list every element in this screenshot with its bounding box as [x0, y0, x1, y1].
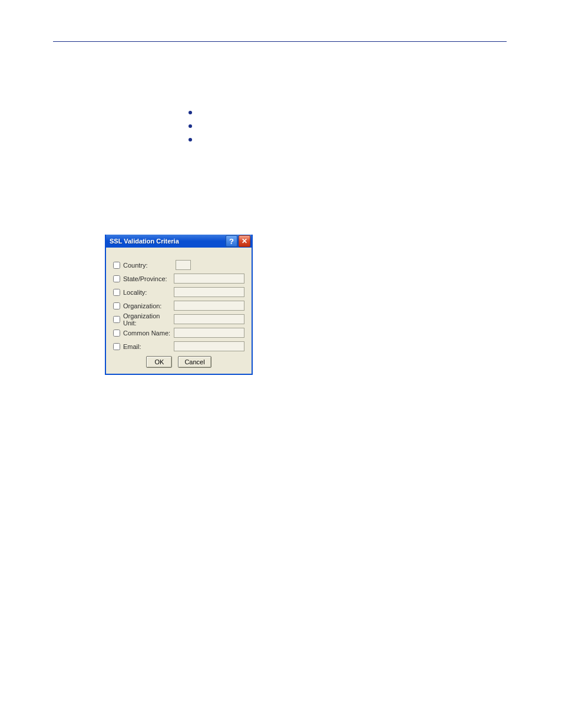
- input-organization[interactable]: [174, 301, 244, 311]
- input-common-name[interactable]: [174, 328, 244, 338]
- text-country: Country:: [123, 262, 148, 269]
- text-state: State/Province:: [123, 275, 167, 282]
- ok-button[interactable]: OK: [146, 356, 172, 368]
- checkbox-locality[interactable]: [113, 289, 120, 296]
- label-country[interactable]: Country:: [113, 262, 176, 269]
- text-locality: Locality:: [123, 289, 147, 296]
- label-common-name[interactable]: Common Name:: [113, 330, 174, 337]
- bullet-icon: [189, 138, 192, 141]
- label-organization[interactable]: Organization:: [113, 302, 174, 309]
- header-rule: [53, 41, 507, 42]
- bullet-icon: [189, 111, 192, 114]
- text-common-name: Common Name:: [123, 330, 170, 337]
- dialog-title: SSL Validation Criteria: [110, 238, 224, 245]
- text-email: Email:: [123, 343, 141, 350]
- checkbox-state[interactable]: [113, 275, 120, 282]
- input-org-unit[interactable]: [174, 314, 244, 324]
- input-country[interactable]: [176, 260, 191, 270]
- close-icon: ✕: [242, 238, 247, 245]
- ssl-validation-dialog: SSL Validation Criteria ? ✕ Country: Sta…: [105, 235, 253, 375]
- dialog-button-bar: OK Cancel: [106, 356, 252, 368]
- input-email[interactable]: [174, 341, 244, 351]
- label-state[interactable]: State/Province:: [113, 275, 174, 282]
- checkbox-org-unit[interactable]: [113, 316, 120, 323]
- checkbox-country[interactable]: [113, 262, 120, 269]
- text-org-unit: Organization Unit:: [123, 312, 174, 327]
- help-button[interactable]: ?: [226, 235, 237, 247]
- text-organization: Organization:: [123, 302, 161, 309]
- bullet-icon: [189, 124, 192, 128]
- close-button[interactable]: ✕: [239, 235, 250, 247]
- checkbox-email[interactable]: [113, 343, 120, 350]
- row-common-name: Common Name:: [113, 326, 244, 340]
- input-state[interactable]: [174, 274, 244, 284]
- label-org-unit[interactable]: Organization Unit:: [113, 312, 174, 327]
- checkbox-organization[interactable]: [113, 302, 120, 309]
- label-locality[interactable]: Locality:: [113, 289, 174, 296]
- checkbox-common-name[interactable]: [113, 330, 120, 337]
- row-state: State/Province:: [113, 272, 244, 285]
- row-country: Country:: [113, 258, 244, 272]
- row-org-unit: Organization Unit:: [113, 312, 244, 326]
- row-organization: Organization:: [113, 299, 244, 312]
- help-icon: ?: [229, 238, 234, 245]
- dialog-titlebar[interactable]: SSL Validation Criteria ? ✕: [106, 235, 252, 248]
- form-area: Country: State/Province: Locality:: [106, 248, 252, 353]
- input-locality[interactable]: [174, 287, 244, 297]
- cancel-button[interactable]: Cancel: [178, 356, 211, 368]
- label-email[interactable]: Email:: [113, 343, 174, 350]
- row-email: Email:: [113, 340, 244, 353]
- row-locality: Locality:: [113, 285, 244, 299]
- bullet-list: [189, 111, 192, 151]
